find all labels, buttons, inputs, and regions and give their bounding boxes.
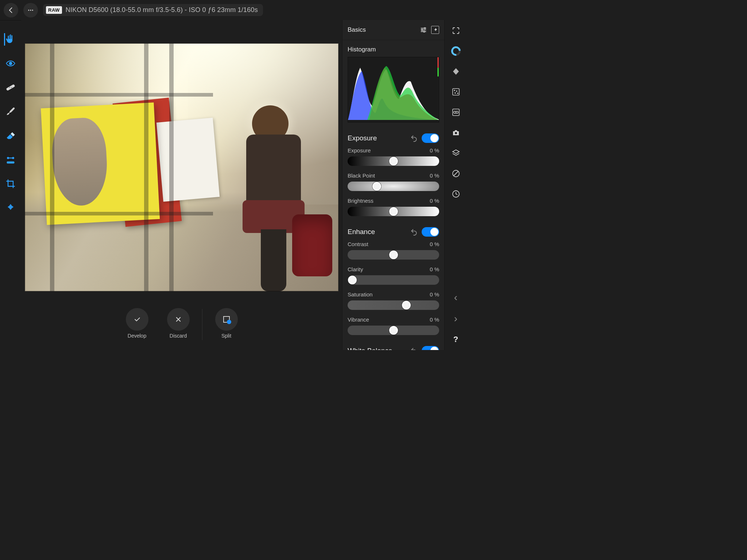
param-label: Exposure — [348, 147, 371, 153]
param-contrast: Contrast 0 % — [348, 241, 439, 260]
param-exposure: Exposure 0 % — [348, 147, 439, 166]
param-label: Contrast — [348, 241, 368, 247]
svg-rect-15 — [453, 89, 459, 95]
discard-button[interactable]: Discard — [161, 308, 196, 339]
svg-point-23 — [455, 132, 457, 134]
svg-rect-4 — [6, 84, 15, 91]
svg-point-22 — [456, 111, 458, 113]
param-saturation: Saturation 0 % — [348, 291, 439, 310]
svg-point-3 — [9, 62, 12, 65]
brush-tool[interactable] — [4, 105, 17, 118]
help-icon[interactable]: ? — [451, 335, 461, 344]
more-button[interactable] — [23, 3, 38, 18]
eraser-tool[interactable] — [4, 129, 17, 142]
slider-brightness[interactable] — [348, 207, 439, 216]
back-button[interactable] — [4, 3, 18, 18]
svg-point-10 — [424, 28, 426, 29]
param-vibrance: Vibrance 0 % — [348, 316, 439, 335]
prev-icon[interactable]: ‹ — [454, 292, 457, 303]
group-whitebalance: White Balance — [348, 346, 439, 350]
crop-tool[interactable] — [4, 177, 17, 190]
action-divider — [202, 309, 202, 340]
undo-icon[interactable] — [410, 347, 418, 350]
svg-point-18 — [455, 93, 456, 93]
slider-contrast[interactable] — [348, 250, 439, 260]
param-value: 0 % — [430, 266, 439, 272]
slider-clarity[interactable] — [348, 275, 439, 285]
sliders-icon[interactable] — [419, 26, 427, 34]
group-enhance: Enhance — [348, 227, 439, 237]
param-value: 0 % — [430, 172, 439, 179]
param-blackpoint: Black Point 0 % — [348, 172, 439, 191]
param-brightness: Brightness 0 % — [348, 198, 439, 216]
redeye-tool[interactable] — [4, 57, 17, 70]
param-label: Clarity — [348, 266, 363, 272]
undo-icon[interactable] — [410, 228, 418, 236]
overlay-tool[interactable] — [4, 201, 17, 214]
slider-blackpoint[interactable] — [348, 182, 439, 191]
svg-rect-7 — [7, 162, 15, 164]
svg-point-0 — [28, 9, 29, 11]
svg-point-6 — [11, 87, 12, 88]
bandage-tool[interactable] — [4, 81, 17, 94]
inspector-panel: Basics Histogram Exposure — [342, 20, 444, 350]
gradient-tool[interactable] — [4, 153, 17, 166]
group-toggle[interactable] — [422, 346, 439, 350]
undo-icon[interactable] — [410, 134, 418, 142]
history-icon[interactable] — [451, 189, 461, 199]
svg-point-21 — [454, 111, 456, 113]
svg-point-2 — [32, 9, 33, 11]
image-preview[interactable] — [25, 43, 338, 291]
param-value: 0 % — [430, 291, 439, 298]
svg-point-1 — [30, 9, 31, 11]
inspector-title: Basics — [348, 26, 416, 34]
group-toggle[interactable] — [422, 133, 439, 143]
svg-point-11 — [422, 29, 423, 31]
histogram-label: Histogram — [348, 46, 439, 53]
group-name: Enhance — [348, 228, 406, 236]
param-value: 0 % — [430, 147, 439, 153]
image-meta-text: NIKON D5600 (18.0-55.0 mm f/3.5-5.6) - I… — [66, 6, 258, 14]
param-label: Vibrance — [348, 316, 369, 323]
next-icon[interactable]: › — [454, 314, 457, 324]
layers-icon[interactable] — [451, 148, 461, 158]
left-toolbar — [0, 20, 21, 350]
hand-tool[interactable] — [4, 33, 17, 46]
image-meta-chip: RAW NIKON D5600 (18.0-55.0 mm f/3.5-5.6)… — [43, 4, 263, 16]
discard-label: Discard — [170, 333, 187, 339]
scope-icon[interactable] — [451, 169, 461, 178]
transform-icon[interactable] — [451, 67, 461, 76]
group-toggle[interactable] — [422, 227, 439, 237]
slider-vibrance[interactable] — [348, 326, 439, 335]
donut-icon[interactable] — [451, 46, 461, 56]
param-clarity: Clarity 0 % — [348, 266, 439, 285]
param-value: 0 % — [430, 241, 439, 247]
group-exposure: Exposure — [348, 133, 439, 143]
camera-icon[interactable] — [451, 128, 461, 137]
svg-point-19 — [457, 93, 458, 94]
split-button[interactable]: Split — [209, 308, 244, 339]
param-value: 0 % — [430, 198, 439, 204]
svg-point-5 — [9, 87, 10, 88]
param-value: 0 % — [430, 316, 439, 323]
bottom-actions: Develop Discard Split — [21, 306, 342, 350]
slider-exposure[interactable] — [348, 156, 439, 166]
group-name: White Balance — [348, 347, 406, 350]
split-label: Split — [221, 333, 231, 339]
pin-icon[interactable] — [431, 26, 439, 34]
develop-label: Develop — [128, 333, 146, 339]
fit-icon[interactable] — [451, 26, 461, 35]
param-label: Black Point — [348, 172, 375, 179]
noise-icon[interactable] — [451, 87, 461, 97]
develop-button[interactable]: Develop — [120, 308, 154, 339]
group-name: Exposure — [348, 134, 406, 142]
svg-point-12 — [423, 31, 425, 32]
param-label: Brightness — [348, 198, 374, 204]
slider-saturation[interactable] — [348, 300, 439, 310]
param-label: Saturation — [348, 291, 372, 298]
svg-point-16 — [454, 90, 455, 91]
raw-badge: RAW — [46, 6, 62, 14]
canvas-stage[interactable] — [21, 20, 342, 306]
histogram[interactable] — [348, 57, 439, 122]
channels-icon[interactable] — [451, 108, 461, 117]
